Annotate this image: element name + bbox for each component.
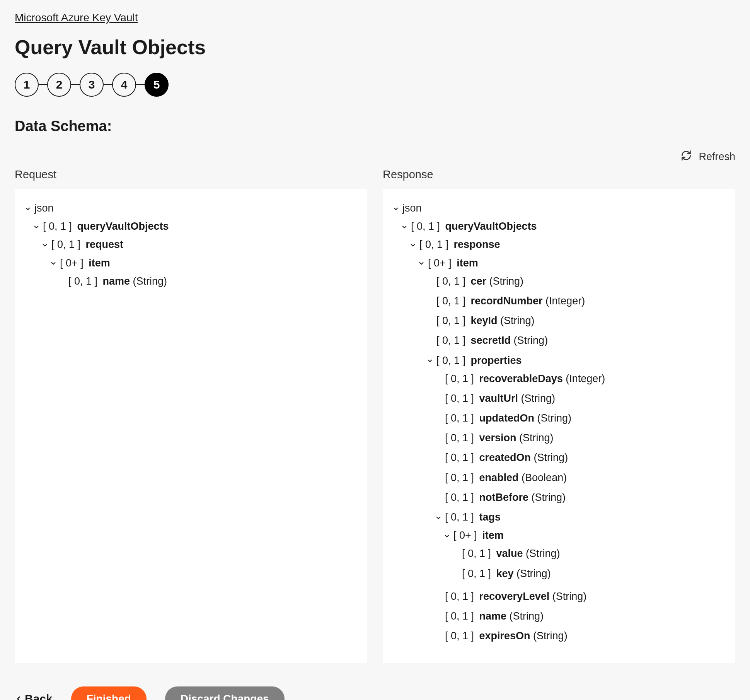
field-type: (String): [511, 335, 548, 346]
field-name: enabled: [479, 472, 519, 483]
tree-node[interactable]: [ 0, 1 ] queryVaultObjects[ 0, 1 ] respo…: [401, 217, 726, 652]
cardinality: [ 0, 1 ]: [445, 492, 477, 503]
chevron-down-icon[interactable]: [409, 236, 417, 253]
refresh-button[interactable]: Refresh: [681, 150, 735, 164]
field-type: (String): [534, 412, 571, 424]
step-2[interactable]: 2: [47, 73, 71, 97]
cardinality: [ 0+ ]: [453, 529, 480, 541]
tree-node[interactable]: [ 0, 1 ] createdOn (String): [435, 448, 726, 468]
field-name: expiresOn: [479, 630, 530, 642]
refresh-label: Refresh: [699, 151, 735, 163]
field-name: recoverableDays: [479, 373, 563, 384]
chevron-down-icon[interactable]: [401, 218, 409, 235]
field-name: item: [89, 257, 110, 269]
field-type: (Integer): [563, 373, 605, 384]
tree-node[interactable]: [ 0+ ] item[ 0, 1 ] cer (String)[ 0, 1 ]…: [418, 253, 726, 649]
cardinality: [ 0+ ]: [60, 257, 86, 269]
tree-node[interactable]: [ 0, 1 ] vaultUrl (String): [435, 389, 726, 408]
cardinality: [ 0, 1 ]: [68, 275, 101, 287]
step-connector: [39, 84, 47, 85]
cardinality: [ 0, 1 ]: [436, 315, 469, 326]
tree-node[interactable]: [ 0, 1 ] enabled (Boolean): [435, 468, 726, 488]
chevron-down-icon[interactable]: [435, 509, 443, 526]
field-name: queryVaultObjects: [77, 220, 169, 232]
tree-node[interactable]: [ 0, 1 ] expiresOn (String): [435, 626, 726, 646]
breadcrumb-link[interactable]: Microsoft Azure Key Vault: [15, 12, 138, 24]
chevron-down-icon[interactable]: [443, 527, 451, 544]
field-name: vaultUrl: [479, 393, 518, 404]
field-name: request: [86, 239, 124, 250]
step-1[interactable]: 1: [15, 73, 39, 97]
tree-node[interactable]: [ 0, 1 ] request[ 0+ ] item[ 0, 1 ] name…: [41, 235, 358, 294]
field-type: (Boolean): [519, 472, 567, 483]
tree-node[interactable]: [ 0, 1 ] name (String): [58, 271, 358, 291]
cardinality: [ 0, 1 ]: [436, 335, 469, 346]
tree-node[interactable]: [ 0, 1 ] recoverableDays (Integer): [435, 369, 726, 389]
response-panel: json[ 0, 1 ] queryVaultObjects[ 0, 1 ] r…: [383, 189, 735, 663]
chevron-down-icon[interactable]: [392, 200, 400, 217]
tree-node[interactable]: json[ 0, 1 ] queryVaultObjects[ 0, 1 ] r…: [24, 198, 358, 297]
tree-node[interactable]: [ 0, 1 ] secretId (String): [426, 331, 726, 350]
cardinality: [ 0, 1 ]: [445, 412, 477, 424]
field-type: (String): [531, 452, 568, 463]
tree-node[interactable]: [ 0, 1 ] cer (String): [426, 271, 726, 291]
chevron-down-icon[interactable]: [24, 200, 32, 217]
field-name: value: [496, 548, 523, 559]
cardinality: [ 0, 1 ]: [445, 511, 477, 523]
field-type: (String): [486, 275, 523, 287]
field-name: version: [479, 432, 516, 444]
tree-node[interactable]: [ 0, 1 ] tags[ 0+ ] item[ 0, 1 ] value (…: [435, 507, 726, 587]
tree-node[interactable]: [ 0, 1 ] name (String): [435, 606, 726, 626]
field-type: (String): [514, 568, 551, 579]
field-name: json: [34, 202, 54, 214]
field-name: item: [457, 257, 478, 269]
tree-node[interactable]: [ 0, 1 ] response[ 0+ ] item[ 0, 1 ] cer…: [409, 235, 726, 650]
tree-node[interactable]: [ 0, 1 ] notBefore (String): [435, 488, 726, 507]
field-name: item: [482, 529, 504, 541]
cardinality: [ 0, 1 ]: [43, 220, 75, 232]
tree-node[interactable]: [ 0+ ] item[ 0, 1 ] name (String): [50, 253, 358, 293]
step-3[interactable]: 3: [80, 73, 104, 97]
tree-node[interactable]: [ 0, 1 ] keyId (String): [426, 311, 726, 331]
tree-node[interactable]: json[ 0, 1 ] queryVaultObjects[ 0, 1 ] r…: [392, 198, 726, 654]
chevron-down-icon[interactable]: [426, 352, 434, 369]
tree-node[interactable]: [ 0, 1 ] updatedOn (String): [435, 408, 726, 428]
chevron-down-icon[interactable]: [418, 255, 426, 271]
step-connector: [136, 84, 145, 85]
finished-button[interactable]: Finished: [71, 686, 147, 700]
field-type: (String): [530, 630, 568, 642]
field-type: (Integer): [543, 295, 585, 307]
cardinality: [ 0, 1 ]: [445, 452, 477, 463]
response-column-label: Response: [383, 168, 735, 181]
field-name: recordNumber: [471, 295, 543, 307]
step-5[interactable]: 5: [145, 73, 169, 97]
section-title: Data Schema:: [15, 118, 735, 135]
tree-node[interactable]: [ 0, 1 ] key (String): [452, 564, 726, 584]
discard-changes-button[interactable]: Discard Changes: [165, 686, 285, 700]
field-name: name: [103, 275, 130, 287]
tree-node[interactable]: [ 0, 1 ] recoveryLevel (String): [435, 587, 726, 606]
back-button[interactable]: Back: [15, 692, 53, 700]
step-4[interactable]: 4: [112, 73, 136, 97]
cardinality: [ 0, 1 ]: [445, 472, 477, 483]
tree-node[interactable]: [ 0+ ] item[ 0, 1 ] value (String)[ 0, 1…: [443, 526, 726, 585]
request-column-label: Request: [15, 168, 367, 181]
chevron-down-icon[interactable]: [50, 255, 58, 271]
tree-node[interactable]: [ 0, 1 ] version (String): [435, 428, 726, 448]
page-title: Query Vault Objects: [15, 36, 735, 59]
stepper: 12345: [15, 73, 735, 97]
cardinality: [ 0, 1 ]: [445, 591, 477, 602]
field-name: secretId: [471, 335, 511, 346]
tree-node[interactable]: [ 0, 1 ] queryVaultObjects[ 0, 1 ] reque…: [33, 217, 358, 296]
field-name: key: [496, 568, 514, 579]
tree-node[interactable]: [ 0, 1 ] recordNumber (Integer): [426, 291, 726, 311]
chevron-down-icon[interactable]: [41, 236, 49, 253]
field-name: json: [402, 202, 422, 214]
step-connector: [104, 84, 112, 85]
tree-node[interactable]: [ 0, 1 ] value (String): [452, 544, 726, 563]
field-type: (String): [130, 275, 167, 287]
cardinality: [ 0, 1 ]: [436, 355, 469, 366]
cardinality: [ 0, 1 ]: [411, 220, 443, 232]
chevron-down-icon[interactable]: [33, 218, 41, 235]
tree-node[interactable]: [ 0, 1 ] properties[ 0, 1 ] recoverableD…: [426, 351, 726, 648]
